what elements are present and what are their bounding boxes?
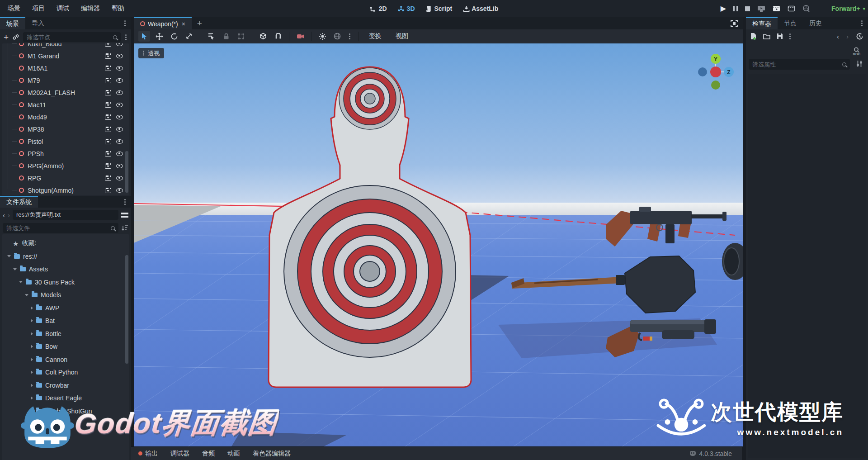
- folder-row[interactable]: Assets: [2, 263, 129, 276]
- select-tool[interactable]: [138, 31, 150, 42]
- folder-row[interactable]: Colt Python: [2, 366, 129, 379]
- instanced-scene-icon[interactable]: [105, 90, 111, 95]
- pause-button[interactable]: [733, 6, 738, 11]
- preview-sunlight-toggle[interactable]: [316, 31, 328, 42]
- instanced-scene-icon[interactable]: [105, 188, 111, 193]
- visibility-eye-icon[interactable]: [116, 127, 123, 132]
- favorites-row[interactable]: ★收藏:: [2, 237, 129, 250]
- expand-icon[interactable]: [31, 332, 33, 336]
- scene-tree-row[interactable]: RPG: [2, 172, 129, 184]
- transform-menu[interactable]: 变换: [363, 32, 387, 40]
- instanced-scene-icon[interactable]: [105, 163, 111, 169]
- snap-toggle[interactable]: [272, 31, 284, 42]
- group-selected-button[interactable]: [235, 31, 247, 42]
- expand-icon[interactable]: [31, 319, 33, 322]
- workspace-assetlib[interactable]: AssetLib: [463, 5, 498, 12]
- tab-filesystem[interactable]: 文件系统: [0, 196, 38, 208]
- inspector-forward-icon[interactable]: ›: [843, 33, 852, 40]
- folder-row[interactable]: Models: [2, 289, 129, 302]
- scene-tree-row[interactable]: M79: [2, 74, 129, 86]
- visibility-eye-icon[interactable]: [116, 115, 123, 119]
- menu-debug[interactable]: 调试: [51, 0, 75, 17]
- save-icon[interactable]: [777, 33, 783, 39]
- instanced-scene-icon[interactable]: [105, 102, 111, 108]
- visibility-eye-icon[interactable]: [116, 66, 123, 71]
- instanced-scene-icon[interactable]: [105, 78, 111, 83]
- instanced-scene-icon[interactable]: [105, 139, 111, 144]
- visibility-eye-icon[interactable]: [116, 103, 123, 107]
- collapse-icon[interactable]: [13, 268, 17, 270]
- collapse-icon[interactable]: [7, 255, 11, 257]
- property-tune-icon[interactable]: [855, 60, 863, 68]
- projection-dropdown[interactable]: 透视: [138, 48, 164, 58]
- current-path-input[interactable]: [16, 212, 115, 218]
- renderer-dropdown[interactable]: Forward+ ▾: [831, 0, 865, 17]
- scene-tree-row[interactable]: Kukri_Blood: [2, 43, 129, 50]
- folder-row[interactable]: Bat: [2, 314, 129, 327]
- scene-tree-row[interactable]: PPSh: [2, 147, 129, 160]
- expand-icon[interactable]: [31, 384, 33, 387]
- expand-icon[interactable]: [31, 370, 33, 374]
- search-docs-button[interactable]: DOC: [849, 44, 864, 58]
- movie-maker-icon[interactable]: [802, 5, 810, 12]
- scale-tool[interactable]: [183, 31, 195, 42]
- scene-tree-row[interactable]: M16A1: [2, 62, 129, 74]
- axis-x-ball[interactable]: [710, 66, 721, 77]
- folder-row[interactable]: 30 Guns Pack: [2, 276, 129, 289]
- inspector-extra-options-icon[interactable]: [789, 36, 791, 37]
- panel-animation[interactable]: 动画: [222, 450, 245, 458]
- folder-row[interactable]: AWP: [2, 302, 129, 315]
- expand-viewport-icon[interactable]: [731, 20, 738, 27]
- scene-tree-row[interactable]: Mod49: [2, 111, 129, 123]
- list-select-tool[interactable]: [205, 31, 217, 42]
- visibility-eye-icon[interactable]: [116, 139, 123, 144]
- panel-output[interactable]: 输出: [137, 450, 163, 458]
- folder-row[interactable]: Bottle: [2, 327, 129, 341]
- visibility-eye-icon[interactable]: [116, 43, 123, 46]
- folder-row[interactable]: Cannon: [2, 353, 129, 366]
- scene-dock-options-icon[interactable]: [125, 37, 127, 38]
- instanced-scene-icon[interactable]: [105, 127, 111, 132]
- inspector-back-icon[interactable]: ‹: [833, 33, 843, 40]
- panel-shader-editor[interactable]: 着色器编辑器: [247, 450, 296, 458]
- close-icon[interactable]: ×: [182, 21, 185, 27]
- instanced-scene-icon[interactable]: [105, 53, 111, 59]
- expand-icon[interactable]: [31, 358, 33, 361]
- dock-menu-icon[interactable]: [861, 23, 863, 24]
- file-filter-input[interactable]: [6, 225, 108, 232]
- scene-filter-input[interactable]: [27, 34, 110, 41]
- folder-row[interactable]: Bow: [2, 340, 129, 353]
- visibility-eye-icon[interactable]: [116, 188, 123, 193]
- tab-scene[interactable]: 场景: [0, 17, 25, 29]
- view-options-icon[interactable]: [349, 36, 350, 37]
- visibility-eye-icon[interactable]: [116, 78, 123, 83]
- remote-debug-icon[interactable]: [757, 5, 765, 12]
- instanced-scene-icon[interactable]: [105, 114, 111, 120]
- local-space-toggle[interactable]: [257, 31, 269, 42]
- instanced-scene-icon[interactable]: [105, 175, 111, 181]
- tab-node[interactable]: 节点: [778, 17, 803, 29]
- scene-tab-weapon[interactable]: Weapon(*) ×: [134, 17, 192, 29]
- expand-icon[interactable]: [31, 306, 33, 310]
- panel-audio[interactable]: 音频: [197, 450, 220, 458]
- scene-tree-row[interactable]: MP38: [2, 123, 129, 135]
- tab-inspector[interactable]: 检查器: [746, 17, 778, 29]
- new-resource-icon[interactable]: [750, 33, 757, 40]
- axis-neg-z-ball[interactable]: [698, 67, 707, 76]
- menu-scene[interactable]: 场景: [2, 0, 26, 17]
- stop-button[interactable]: [745, 6, 750, 11]
- visibility-eye-icon[interactable]: [116, 54, 123, 58]
- visibility-eye-icon[interactable]: [116, 176, 123, 180]
- expand-icon[interactable]: [31, 345, 33, 348]
- load-resource-folder-icon[interactable]: [763, 33, 770, 39]
- toggle-split-mode-icon[interactable]: [121, 213, 128, 218]
- history-back-icon[interactable]: ‹: [3, 212, 5, 218]
- scene-tree-row[interactable]: Shotgun(Ammo): [2, 184, 129, 195]
- tab-import[interactable]: 导入: [25, 17, 51, 29]
- folder-row[interactable]: Crowbar: [2, 379, 129, 392]
- scene-tree-row[interactable]: M202A1_FLASH: [2, 86, 129, 99]
- menu-project[interactable]: 项目: [26, 0, 51, 17]
- property-filter-input[interactable]: [752, 61, 840, 68]
- object-history-icon[interactable]: [856, 33, 863, 40]
- lock-selected-button[interactable]: [220, 31, 232, 42]
